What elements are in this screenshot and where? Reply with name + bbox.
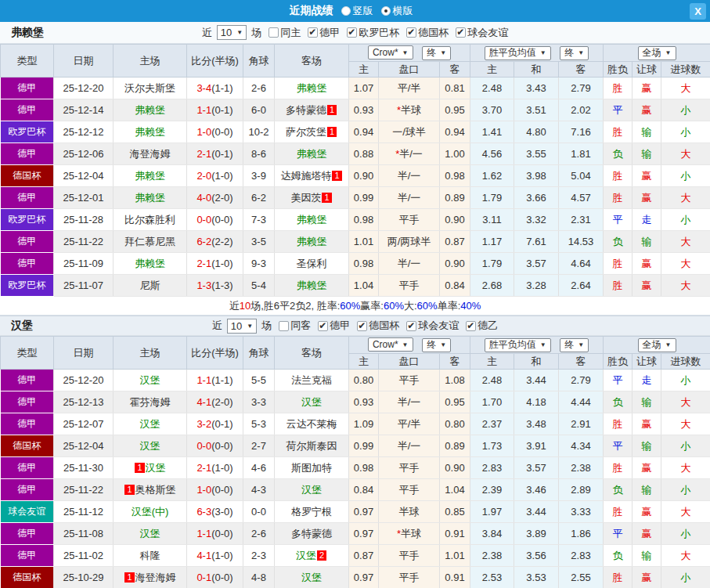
away-team-cell: 斯图加特	[275, 457, 349, 479]
goals-result-cell: 小	[661, 99, 710, 121]
handicap-result-cell: 赢	[633, 413, 661, 435]
odds-away-cell: 2.79	[559, 370, 604, 391]
chevron-down-icon: ▼	[665, 49, 672, 56]
wdl-result-cell: 胜	[604, 187, 633, 209]
ah-home-cell: 0.88	[349, 143, 379, 165]
checkbox-icon[interactable]	[308, 27, 318, 38]
league-checkbox-bundesliga2[interactable]: 德乙	[466, 319, 498, 333]
ah-away-cell: 0.90	[440, 457, 470, 479]
league-checkbox-friendly[interactable]: 球会友谊	[406, 319, 459, 333]
score-cell: 3-2(0-1)	[187, 413, 243, 435]
odds-draw-cell: 3.48	[514, 413, 559, 435]
wdl-result-cell: 胜	[604, 501, 633, 523]
checkbox-icon[interactable]	[279, 321, 289, 331]
wdl-result-cell: 负	[604, 143, 633, 165]
odds-type-select[interactable]: 胜平负均值▼	[485, 46, 551, 60]
handicap-state-select[interactable]: 终▼	[422, 338, 451, 352]
near-label: 近	[202, 26, 212, 40]
odds-draw-cell: 3.44	[514, 370, 559, 391]
odds-draw-cell: 3.66	[514, 187, 559, 209]
score-cell: 0-0(0-0)	[187, 209, 243, 231]
handicap-cell: 平手	[379, 209, 440, 231]
col-ah-result: 让球	[633, 62, 661, 78]
goals-result-cell: 小	[661, 209, 710, 231]
home-team-cell: 1奥格斯堡	[114, 479, 187, 501]
layout-horizontal-option[interactable]: 横版	[381, 4, 413, 18]
checkbox-icon[interactable]	[318, 321, 328, 331]
bookmaker-select[interactable]: Crow*▼	[368, 337, 413, 352]
checkbox-icon[interactable]	[456, 27, 466, 38]
goals-result-cell: 大	[661, 143, 710, 165]
handicap-result-cell: 赢	[633, 523, 661, 545]
games-count-select[interactable]: 10▼	[217, 25, 247, 40]
away-team-cell: 圣保利	[275, 253, 349, 275]
odds-state-select[interactable]: 终▼	[560, 338, 589, 352]
ah-away-cell: 0.87	[440, 231, 470, 253]
radio-horizontal-icon[interactable]	[381, 6, 391, 16]
ah-home-cell: 0.98	[349, 209, 379, 231]
odds-state-select[interactable]: 终▼	[560, 46, 589, 60]
home-team-cell: 汉堡(中)	[114, 501, 187, 523]
radio-vertical-icon[interactable]	[341, 6, 351, 16]
checkbox-icon[interactable]	[466, 321, 476, 331]
chevron-down-icon: ▼	[540, 341, 546, 348]
table-row: 欧罗巴杯25-11-28比尔森胜利0-0(0-0)7-3弗赖堡0.98平手0.9…	[1, 209, 710, 231]
odds-away-cell: 3.33	[559, 501, 604, 523]
match-type-cell: 德甲	[1, 253, 54, 275]
handicap-result-cell: 走	[633, 370, 661, 391]
scope-select[interactable]: 全场▼	[638, 46, 676, 60]
corners-cell: 9-3	[243, 253, 275, 275]
match-date-cell: 25-11-30	[54, 457, 114, 479]
goals-result-cell: 小	[661, 165, 710, 187]
layout-vertical-option[interactable]: 竖版	[341, 4, 373, 18]
ah-away-cell: 0.89	[440, 435, 470, 457]
ah-home-cell: 0.97	[349, 501, 379, 523]
league-checkbox-friendly[interactable]: 球会友谊	[456, 26, 508, 40]
score-cell: 4-1(1-0)	[187, 545, 243, 567]
league-checkbox-pokal[interactable]: 德国杯	[357, 319, 399, 333]
corners-cell: 2-3	[243, 545, 275, 567]
corners-cell: 2-7	[243, 435, 275, 457]
handicap-cell: 平手	[379, 567, 440, 588]
handicap-cell: *半球	[379, 99, 440, 121]
ah-away-cell: 0.95	[440, 99, 470, 121]
checkbox-icon[interactable]	[357, 321, 367, 331]
away-team-cell: 多特蒙德1	[275, 99, 349, 121]
ah-away-cell: 0.90	[440, 253, 470, 275]
same-home-checkbox[interactable]: 同主	[269, 26, 301, 40]
handicap-state-select[interactable]: 终▼	[422, 46, 451, 60]
goals-result-cell: 小	[661, 121, 710, 143]
corners-cell: 0-0	[243, 501, 275, 523]
odds-draw-cell: 3.28	[514, 275, 559, 297]
handicap-result-cell: 赢	[633, 567, 661, 588]
league-checkbox-bundesliga[interactable]: 德甲	[308, 26, 340, 40]
handicap-result-cell: 赢	[633, 253, 661, 275]
same-away-checkbox[interactable]: 同客	[279, 319, 311, 333]
league-checkbox-europa[interactable]: 欧罗巴杯	[347, 26, 399, 40]
bookmaker-select[interactable]: Crow*▼	[368, 45, 413, 60]
league-checkbox-pokal[interactable]: 德国杯	[406, 26, 449, 40]
league-checkbox-bundesliga[interactable]: 德甲	[318, 319, 350, 333]
scope-select[interactable]: 全场▼	[638, 338, 676, 352]
checkbox-icon[interactable]	[347, 27, 357, 38]
titlebar: 近期战绩 竖版 横版 X	[0, 0, 710, 22]
table-row: 德甲25-11-22拜仁慕尼黑6-2(2-2)3-5弗赖堡1.01两/两球半0.…	[1, 231, 710, 253]
col-odds-draw: 和	[514, 62, 559, 78]
table-row: 德甲25-11-09弗赖堡2-1(1-0)9-3圣保利0.98半/一0.901.…	[1, 253, 710, 275]
checkbox-icon[interactable]	[406, 27, 416, 38]
chevron-down-icon: ▼	[578, 49, 584, 56]
away-team-cell: 多特蒙德	[275, 523, 349, 545]
score-cell: 2-1(1-0)	[187, 253, 243, 275]
handicap-cell: 平手	[379, 370, 440, 391]
odds-away-cell: 2.31	[559, 209, 604, 231]
checkbox-icon[interactable]	[269, 27, 279, 38]
checkbox-icon[interactable]	[406, 321, 416, 331]
odds-draw-cell: 7.61	[514, 231, 559, 253]
match-date-cell: 25-12-13	[54, 391, 114, 413]
close-icon[interactable]: X	[690, 3, 706, 20]
home-team-cell: 汉堡	[114, 413, 187, 435]
odds-away-cell: 1.86	[559, 523, 604, 545]
handicap-cell: *半球	[379, 523, 440, 545]
odds-type-select[interactable]: 胜平负均值▼	[485, 338, 551, 352]
games-count-select[interactable]: 10▼	[227, 319, 257, 334]
